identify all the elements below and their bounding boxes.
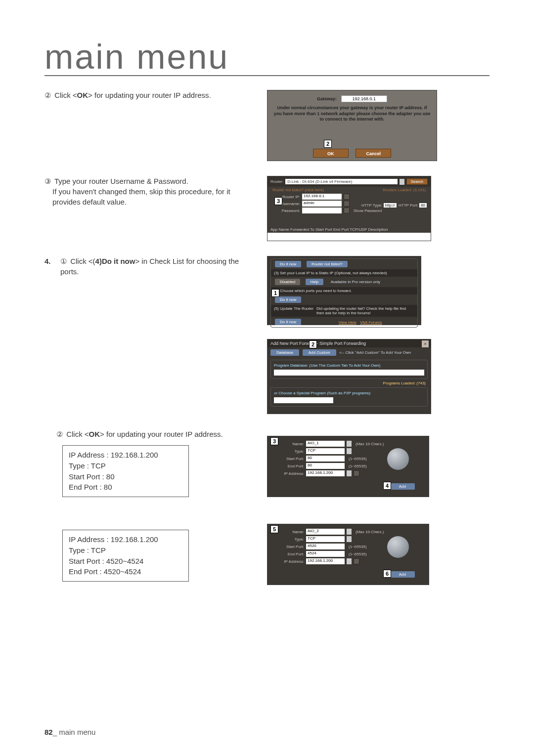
page-footer: 82_ main menu (44, 728, 95, 736)
step-3-circ: ③ (44, 176, 52, 186)
end-port-field-2[interactable]: 4524 (306, 551, 345, 557)
step-4-text: ① Click <(4)Do it now> in Check List for… (60, 256, 252, 277)
chevron-down-icon[interactable] (400, 179, 404, 185)
view-help-link[interactable]: View Help (339, 320, 356, 325)
router-ip-field[interactable]: 192.168.0.1 (302, 194, 342, 200)
add-custom-hint: <-- Click "Add Custom" To Add Your Own (339, 350, 411, 355)
step-2-text: ② Click <OK> for updating your router IP… (44, 90, 252, 161)
gateway-dialog: Gateway: 192.168.0.1 Under normal circum… (267, 90, 437, 161)
table-header: App Name Forwarded To Start Port End Por… (270, 227, 388, 232)
pc-icon[interactable] (354, 558, 359, 564)
username-field[interactable]: admin (302, 201, 342, 207)
callout-3b: 3 (270, 437, 278, 445)
ok-button[interactable]: OK (313, 149, 349, 158)
disabled-button: Disabled (275, 279, 300, 285)
http-port-field[interactable]: 80 (419, 203, 427, 208)
globe-icon (387, 536, 409, 558)
step-3-line2: If you haven't changed them, skip this p… (52, 186, 252, 207)
router-select[interactable]: D-Link - DI-634 (D-Link v4 Firmware) (285, 179, 397, 184)
callout-4: 4 (383, 482, 391, 490)
name-field[interactable]: AIO_1 (306, 441, 345, 447)
add-button[interactable]: Add (390, 483, 415, 490)
callout-5: 5 (270, 525, 278, 533)
special-program-select[interactable] (274, 397, 333, 403)
step-4-main: 4. (44, 256, 56, 277)
step-2-circ: ② (44, 90, 52, 100)
do-it-now-button-4[interactable]: Do it now (275, 296, 301, 303)
callout-1: 1 (271, 289, 279, 297)
port-form-1: 3 Name:AIO_1(Max 10 Chars.) Type:TCP Sta… (267, 436, 429, 497)
step-3-text: ③ Type your router Username & Password. … (44, 176, 252, 241)
router-label: Router: (270, 179, 283, 184)
table-body (267, 233, 431, 241)
router-not-listed-button[interactable]: Router not listed? (307, 261, 348, 267)
program-db-select[interactable] (274, 370, 424, 376)
callout-6: 6 (383, 570, 391, 578)
portinfo-box-1: IP Address : 192.168.1.200 Type : TCP St… (62, 445, 189, 497)
start-port-field-2[interactable]: 4520 (306, 544, 345, 549)
visit-forums-link[interactable]: Visit Forums (360, 320, 382, 325)
add-port-forward-window: Add New Port Forward - Simple Port Forwa… (267, 339, 431, 414)
routers-loaded: Routers Loaded: (3,141) (383, 188, 426, 192)
router-not-listed-link[interactable]: Router not listed? (click here) (272, 188, 324, 192)
checklist-row-5: (5) Update The Router (274, 306, 313, 315)
pc-icon[interactable] (354, 470, 359, 476)
chevron-down-icon[interactable] (347, 558, 352, 564)
step-3-row: ③ Type your router Username & Password. … (44, 176, 490, 241)
window-title-a: Add New Port F (270, 341, 302, 346)
pro-note: Available in Pro version only (331, 280, 380, 284)
port-form-2: 5 Name:AIO_2(Max 10 Chars.) Type:TCP Sta… (267, 524, 429, 585)
portinfo-box-2: IP Address : 192.168.1.200 Type : TCP St… (62, 530, 189, 582)
type-field-2[interactable]: TCP (306, 536, 345, 542)
gateway-msg: Under normal circumstances your gateway … (273, 105, 431, 123)
refresh-icon[interactable] (344, 194, 350, 200)
step-4b-row: ② Click <OK> for updating your router IP… (44, 429, 490, 509)
add-button-2[interactable]: Add (390, 571, 415, 578)
page-title: main menu (44, 40, 490, 76)
tab-database[interactable]: Database (270, 349, 299, 356)
port2-row: IP Address : 192.168.1.200 Type : TCP St… (44, 524, 490, 593)
ip-field[interactable]: 192.168.1.200 (306, 470, 345, 476)
page: main menu ② Click <OK> for updating your… (0, 0, 534, 756)
step-2-row: ② Click <OK> for updating your router IP… (44, 90, 490, 161)
search-button[interactable]: Search (406, 178, 428, 185)
type-field[interactable]: TCP (306, 448, 345, 454)
step-4b-circ: ② (56, 429, 64, 439)
user-icon[interactable] (344, 201, 350, 207)
globe-icon (387, 448, 409, 470)
eye-icon[interactable] (344, 208, 350, 213)
http-type-field[interactable]: http:// (384, 203, 397, 208)
end-port-field[interactable]: 80 (306, 463, 345, 469)
show-password[interactable]: Show Password (354, 209, 382, 213)
chevron-down-icon[interactable] (347, 448, 352, 454)
gateway-value[interactable]: 192.168.0.1 (341, 95, 388, 102)
help-button[interactable]: Help (306, 279, 323, 285)
password-field[interactable] (302, 208, 342, 213)
close-icon[interactable]: × (422, 340, 429, 347)
group-db-label: Program Database: (Use The Custom Tab To… (274, 363, 424, 368)
tab-add-custom[interactable]: Add Custom (303, 349, 336, 356)
gateway-label: Gateway: (317, 96, 337, 101)
callout-2: 2 (324, 140, 332, 148)
chevron-down-icon[interactable] (347, 441, 352, 447)
step-4-row: 4. ① Click <(4)Do it now> in Check List … (44, 256, 490, 414)
checklist-row-4: (4) Choose which ports you need to forwa… (271, 287, 417, 294)
checklist-panel: Do it now Router not listed? (3) Set you… (267, 256, 421, 325)
do-it-now-button[interactable]: Do it now (275, 261, 301, 267)
cancel-button[interactable]: Cancel (356, 149, 391, 158)
ip-field-2[interactable]: 192.168.1.200 (306, 558, 345, 564)
start-port-field[interactable]: 80 (306, 456, 345, 462)
group-special-label: or Choose a Special Program (Such as P2P… (274, 391, 424, 395)
callout-3: 3 (274, 197, 282, 205)
chevron-down-icon[interactable] (347, 470, 352, 476)
fail-note: Did updating the router fail? Check the … (316, 306, 414, 315)
programs-loaded: Programs Loaded: (743) (267, 381, 426, 385)
chevron-down-icon[interactable] (347, 529, 352, 535)
chevron-down-icon[interactable] (347, 536, 352, 542)
name-field-2[interactable]: AIO_2 (306, 529, 345, 535)
checklist-row-3: (3) Set your Local IP to a Static IP (Op… (271, 269, 417, 277)
router-info-panel: Router: D-Link - DI-634 (D-Link v4 Firmw… (267, 176, 431, 241)
do-it-now-button-5[interactable]: Do it now (275, 319, 301, 325)
callout-2b: 2 (309, 340, 317, 348)
